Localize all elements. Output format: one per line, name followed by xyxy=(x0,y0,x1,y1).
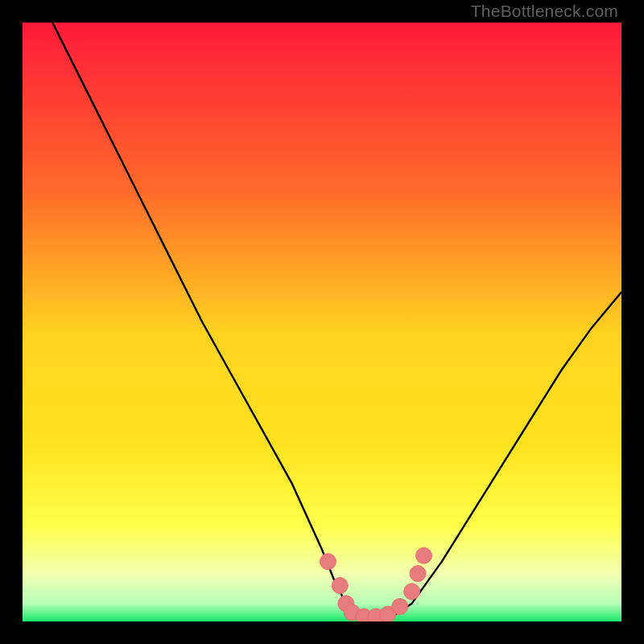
marker-point xyxy=(320,554,336,570)
bottleneck-curve xyxy=(52,23,621,618)
curve-markers xyxy=(320,547,431,621)
marker-point xyxy=(416,547,432,564)
marker-point xyxy=(392,598,408,614)
marker-point xyxy=(332,577,348,593)
watermark-text: TheBottleneck.com xyxy=(471,2,618,21)
marker-point xyxy=(404,584,420,600)
curve-layer xyxy=(23,23,621,621)
chart-frame: TheBottleneck.com xyxy=(0,0,644,644)
marker-point xyxy=(410,566,426,582)
plot-area xyxy=(23,23,621,621)
